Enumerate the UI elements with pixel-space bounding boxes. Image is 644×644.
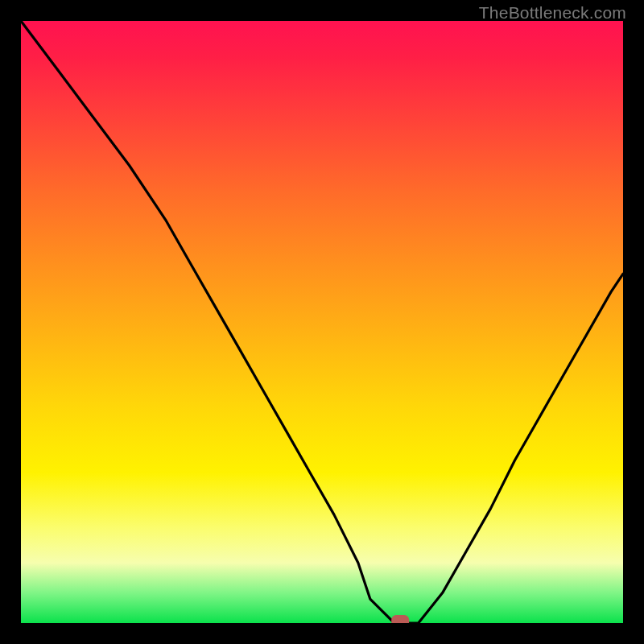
chart-frame: TheBottleneck.com [0,0,644,644]
bottleneck-curve [21,21,623,623]
curve-layer [21,21,623,623]
minimum-marker [391,615,409,623]
watermark-text: TheBottleneck.com [479,3,626,23]
plot-area [21,21,623,623]
